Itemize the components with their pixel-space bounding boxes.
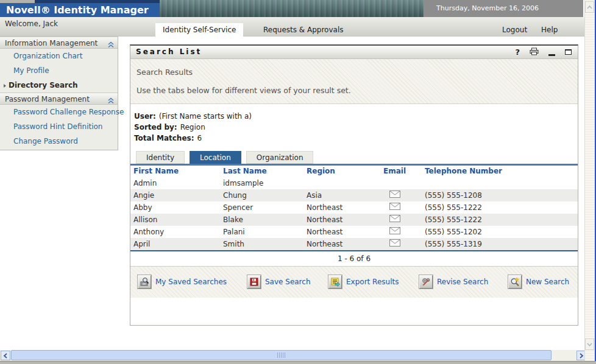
help-link[interactable]: Help (537, 23, 561, 37)
summary-total-line: Total Matches:6 (134, 133, 578, 144)
horizontal-scrollbar-thumb[interactable] (11, 350, 552, 360)
action-label: Export Results (346, 278, 399, 286)
email-envelope-icon[interactable] (389, 226, 400, 238)
scroll-up-arrow[interactable] (585, 1, 594, 13)
email-envelope-icon[interactable] (389, 214, 400, 226)
collapse-chevrons-icon[interactable] (107, 40, 115, 52)
pagination-status: 1 - 6 of 6 (130, 251, 578, 266)
save-icon (247, 275, 261, 289)
cell-region: Northeast (307, 226, 383, 238)
cell-first-name: Admin (133, 177, 223, 189)
logout-link[interactable]: Logout (498, 23, 531, 37)
cell-telephone: (555) 555-1319 (425, 238, 578, 250)
window-bottom-strip (0, 361, 596, 364)
actions-strip: My Saved Searches Save Search Export Res… (130, 266, 578, 298)
cell-first-name: Allison (133, 214, 223, 226)
tab-requests-approvals[interactable]: Requests & Approvals (256, 23, 350, 37)
welcome-text: Welcome, Jack (5, 19, 58, 28)
summary-sorted-label: Sorted by: (134, 123, 177, 131)
header-texture-band (160, 0, 424, 17)
results-table: First Name Last Name Region Email Teleph… (130, 166, 578, 251)
novell-brand-title: Novell® Identity Manager (0, 3, 160, 17)
sidebar-item-label: My Profile (13, 66, 49, 75)
sidebar-item[interactable]: Password Challenge Response (0, 105, 118, 119)
summary-user-line: User:(First Name starts with a) (134, 111, 578, 122)
table-row: Admin idmsample (130, 177, 578, 189)
col-last-name: Last Name (223, 166, 307, 177)
vertical-scrollbar-track (584, 0, 595, 361)
email-envelope-icon[interactable] (389, 238, 400, 250)
sidebar: Information Management Organization Char… (0, 37, 118, 150)
sidebar-item[interactable]: My Profile (0, 63, 118, 78)
search-results-subtitle: Search Results (137, 68, 578, 77)
panel-description-section: Search Results Use the tabs below for di… (130, 59, 578, 104)
sidebar-section-password-management[interactable]: Password Management (0, 93, 118, 105)
save-search-button[interactable]: Save Search (247, 275, 311, 289)
cell-first-name: Angie (133, 189, 223, 201)
cell-first-name: April (133, 238, 223, 250)
summary-user-label: User: (134, 112, 156, 121)
new-search-button[interactable]: New Search (508, 275, 569, 289)
cell-region: Northeast (307, 201, 383, 214)
tab-location[interactable]: Location (190, 151, 241, 164)
cell-last-name: Smith (223, 238, 307, 250)
cell-last-name: Palani (223, 226, 307, 238)
summary-sorted-line: Sorted by:Region (134, 122, 578, 133)
tab-identity-self-service[interactable]: Identity Self-Service (155, 23, 243, 37)
scroll-left-arrow[interactable] (1, 351, 10, 360)
tab-organization[interactable]: Organization (246, 151, 314, 164)
cell-region: Asia (307, 189, 383, 201)
table-body: Admin idmsample Angie Chung Asia (130, 177, 578, 250)
table-row: Allison Blake Northeast (555) 555-1222 (130, 214, 578, 226)
minimize-icon[interactable] (548, 54, 555, 56)
action-label: Save Search (265, 278, 311, 286)
cell-email (383, 238, 425, 250)
sidebar-item-label: Change Password (13, 137, 78, 145)
sidebar-item-label: Organization Chart (13, 52, 83, 60)
collapse-chevrons-icon[interactable] (107, 96, 115, 108)
email-envelope-icon[interactable] (389, 201, 400, 214)
saved-searches-icon (138, 275, 151, 289)
table-row: Angie Chung Asia (555) 555-1208 (130, 189, 578, 201)
sidebar-items-information: Organization Chart My Profile Directory … (0, 49, 118, 93)
maximize-icon[interactable] (565, 49, 572, 55)
table-row: Abby Spencer Northeast (555) 555-1222 (130, 201, 578, 214)
result-view-tabs: Identity Location Organization (130, 151, 578, 164)
sidebar-item-label: Password Challenge Response (13, 108, 124, 116)
cell-telephone (425, 177, 578, 189)
print-icon[interactable] (530, 47, 539, 57)
action-label: My Saved Searches (155, 278, 227, 286)
summary-user-value: (First Name starts with a) (159, 112, 252, 121)
cell-region (307, 177, 383, 189)
cell-email (383, 201, 425, 214)
summary-total-label: Total Matches: (134, 134, 194, 142)
scroll-down-arrow[interactable] (585, 338, 594, 350)
summary-total-value: 6 (197, 134, 202, 142)
col-region: Region (307, 166, 383, 177)
current-date: Thursday, November 16, 2006 (424, 0, 552, 17)
sidebar-section-title: Password Management (5, 95, 90, 103)
new-search-icon (508, 275, 522, 289)
col-email: Email (383, 166, 425, 177)
export-results-button[interactable]: Export Results (328, 275, 399, 289)
sidebar-item[interactable]: Password Hint Definition (0, 119, 118, 134)
email-envelope-icon[interactable] (389, 189, 400, 201)
search-summary-section: User:(First Name starts with a) Sorted b… (130, 104, 578, 151)
revise-search-button[interactable]: Revise Search (419, 275, 488, 289)
cell-last-name: Chung (223, 189, 307, 201)
sidebar-section-information-management[interactable]: Information Management (0, 37, 118, 49)
revise-icon (419, 275, 433, 289)
search-list-panel: Search List ? Search Results Use the tab… (130, 44, 578, 326)
sidebar-item[interactable]: Change Password (0, 134, 118, 149)
panel-help-icon[interactable]: ? (515, 46, 520, 58)
sidebar-item[interactable]: Directory Search (0, 78, 118, 93)
sidebar-section-title: Information Management (5, 39, 98, 47)
my-saved-searches-button[interactable]: My Saved Searches (138, 275, 227, 289)
cell-last-name: Spencer (223, 201, 307, 214)
cell-telephone: (555) 555-1222 (425, 201, 578, 214)
action-label: Revise Search (437, 278, 488, 286)
cell-email (383, 189, 425, 201)
cell-first-name: Anthony (133, 226, 223, 238)
tab-identity[interactable]: Identity (136, 151, 185, 164)
sidebar-item[interactable]: Organization Chart (0, 49, 118, 63)
